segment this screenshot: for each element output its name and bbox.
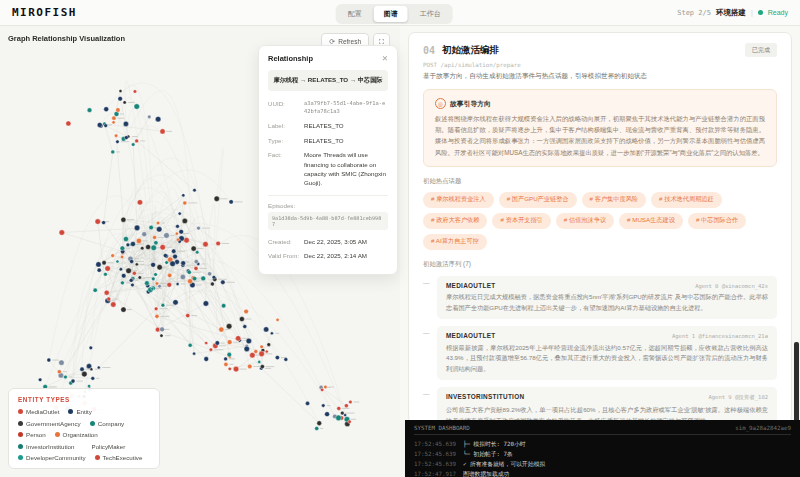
created-row: Created: Dec 22, 2025, 3:05 AM — [268, 237, 388, 246]
relationship-path-pill: 摩尔线程 → RELATES_TO → 中芯国际 — [268, 70, 388, 91]
type-row: Type: RELATES_TO — [268, 136, 388, 145]
legend-item: TechExecutive — [95, 454, 143, 461]
label-row: Label: RELATES_TO — [268, 121, 388, 130]
type-value: RELATES_TO — [304, 136, 344, 145]
card-divider — [268, 195, 388, 196]
agent-post-card[interactable]: INVESTORINSTITUTION Agent 9 @投资者_102 公司前… — [437, 387, 777, 424]
collapse-dash-icon[interactable]: — — [423, 390, 430, 397]
legend-item-label: Company — [98, 420, 124, 427]
topic-tag[interactable]: # MUSA生态建设 — [619, 213, 683, 229]
agent-post-card[interactable]: MEDIAOUTLET Agent 1 @financesinacomcn_21… — [437, 326, 777, 380]
log-message: ✓ 所有准备就绪，可以开始模拟 — [463, 459, 545, 469]
legend-item: DeveloperCommunity — [18, 454, 86, 461]
topic-tag[interactable]: # 资本开支指引 — [492, 213, 550, 229]
legend-dot-icon — [18, 444, 23, 449]
topic-tag[interactable]: # AI算力自主可控 — [423, 234, 487, 250]
log-message: 图谱数据加载成功 — [463, 469, 509, 477]
agent-handle: Agent 9 @投资者_102 — [708, 394, 768, 401]
log-message: ├─ 模拟时长: 720小时 — [463, 439, 526, 449]
fact-label: Fact: — [268, 150, 304, 187]
topic-tag[interactable]: # 国产GPU产业链整合 — [499, 192, 577, 208]
log-timestamp: 17:52:47.917 — [414, 469, 456, 477]
episodes-value: 9a1d38da-5d9b-4a88-b87d-fe881ceb9987 — [268, 212, 388, 230]
step-description: 基于故事方向，自动生成初始激活事件与热点话题，引导模拟世界的初始状态 — [423, 72, 777, 81]
legend-item-label: TechExecutive — [103, 454, 143, 461]
legend-item-label: DeveloperCommunity — [26, 454, 86, 461]
graph-panel: Graph Relationship Visualization ⟳ Refre… — [0, 26, 400, 477]
collapse-dash-icon[interactable]: — — [423, 329, 430, 336]
tab[interactable]: 图谱 — [374, 6, 408, 22]
terminal-log: 17:52:45.639 ├─ 模拟时长: 720小时 17:52:45.639… — [414, 439, 791, 477]
agent-role: MEDIAOUTLET — [446, 332, 495, 339]
legend-dot-icon — [18, 409, 23, 414]
orchestration-panel: 04 初始激活编排 已完成 POST /api/simulation/prepa… — [400, 26, 800, 420]
topic-tag[interactable]: # 政府大客户依赖 — [423, 213, 487, 229]
legend-dot-icon — [18, 455, 23, 460]
legend-item-label: Person — [26, 431, 46, 438]
legend-item: MediaOutlet — [18, 408, 59, 415]
close-icon[interactable]: ✕ — [382, 55, 388, 63]
story-box-text: 叙述将围绕摩尔线程在获得大规模资金注入后的战略动向展开，初期聚焦于其技术迭代能力… — [435, 113, 765, 158]
list-item: — MEDIAOUTLET Agent 1 @financesinacomcn_… — [423, 326, 777, 380]
legend-dot-icon — [18, 432, 23, 437]
legend-item-label: GovernmentAgency — [26, 420, 81, 427]
log-message: └─ 初始帖子: 7条 — [463, 449, 513, 459]
uuid-row: UUID: a3a79fb7-55d1-4abe-9f1a-e42bfa78c1… — [268, 99, 388, 115]
created-value: Dec 22, 2025, 3:05 AM — [304, 237, 367, 246]
terminal-log-line: 17:52:45.639 ✓ 所有准备就绪，可以开始模拟 — [414, 459, 791, 469]
legend-dot-icon — [90, 421, 95, 426]
step-number: 04 — [423, 45, 435, 56]
topic-tag[interactable]: # 客户集中度风险 — [582, 192, 646, 208]
legend-item: InvestorInstitution — [18, 443, 75, 450]
legend-item: Entity — [68, 408, 91, 415]
terminal-log-line: 17:52:45.639 └─ 初始帖子: 7条 — [414, 449, 791, 459]
legend-item-label: PolicyMaker — [92, 443, 126, 450]
legend-item: Organization — [55, 431, 98, 438]
topic-tag[interactable]: # 中芯国际合作 — [688, 213, 746, 229]
agent-post-card[interactable]: MEDIAOUTLET Agent 0 @sinacomcn_42x 摩尔线程近… — [437, 276, 777, 320]
legend-dot-icon — [68, 409, 73, 414]
valid-from-row: Valid From: Dec 22, 2025, 2:14 AM — [268, 251, 388, 260]
uuid-value: a3a79fb7-55d1-4abe-9f1a-e42bfa78c1a3 — [304, 99, 388, 115]
legend-item-label: MediaOutlet — [26, 408, 59, 415]
episodes-label: Episodes: — [268, 202, 388, 209]
legend-item: PolicyMaker — [84, 443, 126, 450]
created-label: Created: — [268, 237, 304, 246]
log-timestamp: 17:52:45.639 — [414, 439, 456, 449]
graph-panel-title: Graph Relationship Visualization — [8, 34, 125, 43]
simulation-id: sim_9a28a2842ae9 — [735, 425, 791, 431]
activation-sequence-list: — MEDIAOUTLET Agent 0 @sinacomcn_42x 摩尔线… — [423, 276, 777, 424]
topic-tag[interactable]: # 估值泡沫争议 — [556, 213, 614, 229]
system-dashboard-terminal: SYSTEM DASHBOARD sim_9a28a2842ae9 17:52:… — [405, 420, 800, 477]
step-card: 04 初始激活编排 已完成 POST /api/simulation/prepa… — [408, 32, 792, 424]
target-icon: ◎ — [435, 98, 446, 109]
valid-from-value: Dec 22, 2025, 2:14 AM — [304, 251, 367, 260]
api-endpoint: POST /api/simulation/prepare — [423, 62, 777, 68]
entity-types-legend: ENTITY TYPES MediaOutlet Entity — [8, 388, 160, 469]
terminal-log-line: 17:52:45.639 ├─ 模拟时长: 720小时 — [414, 439, 791, 449]
legend-dot-icon — [18, 421, 23, 426]
valid-from-label: Valid From: — [268, 251, 304, 260]
list-item: — INVESTORINSTITUTION Agent 9 @投资者_102 公… — [423, 387, 777, 424]
legend-item-label: InvestorInstitution — [26, 443, 75, 450]
app-window: MIROFISH 配置 图谱 工作台 Step 2/5 环境搭建 | Ready… — [0, 0, 800, 477]
topic-tag[interactable]: # 摩尔线程资金注入 — [423, 192, 494, 208]
story-box-title: 故事引导方向 — [450, 99, 491, 109]
legend-item: Person — [18, 431, 46, 438]
legend-item-label: Organization — [63, 431, 98, 438]
topic-tag[interactable]: # 技术迭代周期追赶 — [651, 192, 722, 208]
legend-items: MediaOutlet Entity GovernmentAgency — [18, 408, 150, 461]
tab[interactable]: 配置 — [338, 6, 372, 22]
step-title: 初始激活编排 — [442, 44, 499, 57]
refresh-label: Refresh — [338, 38, 361, 45]
relationship-card-title: Relationship — [268, 54, 313, 63]
main-tabs: 配置 图谱 工作台 — [336, 4, 453, 24]
status-area: Step 2/5 环境搭建 | Ready — [677, 8, 788, 18]
tab[interactable]: 工作台 — [410, 6, 451, 22]
collapse-dash-icon[interactable]: — — [423, 279, 430, 286]
log-timestamp: 17:52:45.639 — [414, 449, 456, 459]
agent-post-text: 根据最新披露，摩尔线程2025年上半年经营现金流净流出达约0.57亿元，远超同期… — [446, 343, 768, 375]
label-label: Label: — [268, 121, 304, 130]
agent-post-text: 摩尔线程近日完成大规模融资，据悉资金将重点投向5nm'平湖'系列GPU的研发流片… — [446, 292, 768, 313]
ready-status-dot — [758, 10, 763, 15]
